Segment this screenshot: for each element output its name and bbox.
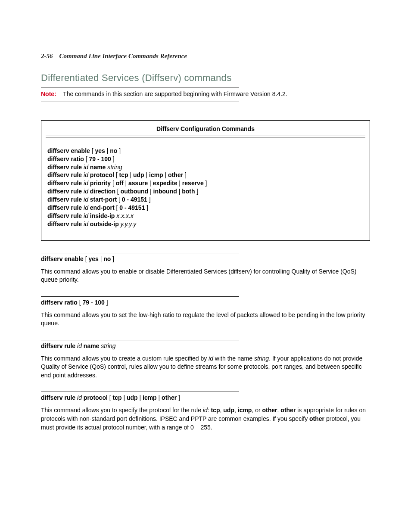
divider [41,102,239,102]
command-syntax-line: diffserv rule id name string [47,163,364,171]
command-heading: diffserv ratio [ 79 - 100 ] [41,299,370,307]
page-header-title: Command Line Interface Commands Referenc… [59,53,187,59]
command-syntax-line: diffserv rule id protocol [ tcp | udp | … [47,171,364,179]
section-title: Differentiated Services (Diffserv) comma… [41,72,370,84]
command-syntax-line: diffserv rule id end-port [ 0 - 49151 ] [47,204,364,212]
command-section: diffserv ratio [ 79 - 100 ]This command … [41,296,370,328]
note-line: Note: The commands in this section are s… [41,90,370,98]
divider [41,392,239,392]
divider [41,253,239,253]
command-syntax-line: diffserv ratio [ 79 - 100 ] [47,155,364,163]
page-header: 2-56 Command Line Interface Commands Ref… [41,52,370,60]
note-label: Note: [41,90,56,97]
command-syntax-line: diffserv rule id inside-ip x.x.x.x [47,212,364,220]
command-syntax-line: diffserv rule id outside-ip y.y.y.y [47,220,364,228]
command-description: This command allows you to specify the p… [41,406,370,432]
command-syntax-line: diffserv enable [ yes | no ] [47,147,364,155]
table-title: Diffserv Configuration Commands [41,121,370,136]
command-syntax-line: diffserv rule id start-port [ 0 - 49151 … [47,196,364,204]
divider [41,340,239,340]
config-commands-box: Diffserv Configuration Commands diffserv… [41,120,370,241]
note-text: The commands in this section are support… [63,90,287,97]
page-number: 2-56 [41,53,53,59]
command-section: diffserv rule id protocol [ tcp | udp | … [41,392,370,432]
divider [41,296,239,297]
command-heading: diffserv rule id name string [41,342,370,350]
command-description: This command allows you to create a cust… [41,355,370,380]
command-description: This command allows you to set the low-h… [41,311,370,328]
command-heading: diffserv rule id protocol [ tcp | udp | … [41,394,370,402]
command-syntax-line: diffserv rule id priority [ off | assure… [47,179,364,187]
table-body: diffserv enable [ yes | no ]diffserv rat… [41,137,370,240]
command-section: diffserv enable [ yes | no ]This command… [41,253,370,284]
command-description: This command allows you to enable or dis… [41,268,370,284]
command-syntax-line: diffserv rule id direction [ outbound | … [47,187,364,196]
divider [41,87,239,87]
command-section: diffserv rule id name stringThis command… [41,340,370,380]
command-heading: diffserv enable [ yes | no ] [41,255,370,263]
